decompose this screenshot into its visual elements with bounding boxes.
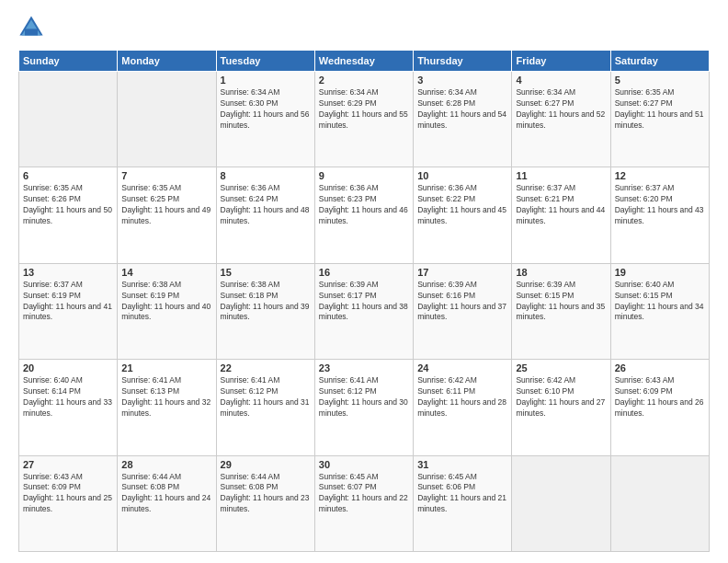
calendar-cell: 11Sunrise: 6:37 AM Sunset: 6:21 PM Dayli… (512, 167, 610, 263)
calendar-cell: 9Sunrise: 6:36 AM Sunset: 6:23 PM Daylig… (314, 167, 413, 263)
header (18, 15, 710, 40)
day-number: 21 (121, 362, 211, 373)
day-number: 14 (121, 267, 211, 278)
calendar-cell: 5Sunrise: 6:35 AM Sunset: 6:27 PM Daylig… (610, 72, 709, 167)
day-number: 8 (221, 170, 311, 181)
day-info: Sunrise: 6:45 AM Sunset: 6:07 PM Dayligh… (319, 472, 409, 516)
day-info: Sunrise: 6:41 AM Sunset: 6:12 PM Dayligh… (221, 375, 311, 419)
logo-icon (18, 15, 44, 40)
calendar-week: 13Sunrise: 6:37 AM Sunset: 6:19 PM Dayli… (19, 263, 710, 359)
day-info: Sunrise: 6:40 AM Sunset: 6:14 PM Dayligh… (23, 375, 113, 419)
day-number: 25 (516, 362, 606, 373)
calendar-header: SundayMondayTuesdayWednesdayThursdayFrid… (19, 51, 710, 72)
day-info: Sunrise: 6:36 AM Sunset: 6:23 PM Dayligh… (319, 183, 409, 227)
day-info: Sunrise: 6:41 AM Sunset: 6:12 PM Dayligh… (319, 375, 409, 419)
day-info: Sunrise: 6:43 AM Sunset: 6:09 PM Dayligh… (615, 375, 705, 419)
calendar-cell: 15Sunrise: 6:38 AM Sunset: 6:18 PM Dayli… (216, 263, 314, 359)
calendar-cell: 10Sunrise: 6:36 AM Sunset: 6:22 PM Dayli… (414, 167, 512, 263)
svg-rect-2 (25, 29, 38, 35)
calendar-cell: 27Sunrise: 6:43 AM Sunset: 6:09 PM Dayli… (19, 455, 118, 551)
day-info: Sunrise: 6:38 AM Sunset: 6:18 PM Dayligh… (221, 280, 311, 324)
calendar-week: 27Sunrise: 6:43 AM Sunset: 6:09 PM Dayli… (19, 455, 710, 551)
day-info: Sunrise: 6:34 AM Sunset: 6:27 PM Dayligh… (516, 87, 606, 132)
calendar-cell (512, 455, 610, 551)
day-info: Sunrise: 6:34 AM Sunset: 6:30 PM Dayligh… (221, 87, 311, 132)
day-number: 10 (417, 170, 507, 181)
day-info: Sunrise: 6:36 AM Sunset: 6:22 PM Dayligh… (417, 183, 507, 227)
day-info: Sunrise: 6:37 AM Sunset: 6:19 PM Dayligh… (23, 280, 113, 324)
day-number: 19 (615, 267, 705, 278)
weekday-header: Wednesday (314, 51, 413, 72)
calendar-cell: 8Sunrise: 6:36 AM Sunset: 6:24 PM Daylig… (216, 167, 314, 263)
calendar-cell: 12Sunrise: 6:37 AM Sunset: 6:20 PM Dayli… (610, 167, 709, 263)
day-info: Sunrise: 6:35 AM Sunset: 6:27 PM Dayligh… (615, 87, 705, 132)
calendar-cell: 19Sunrise: 6:40 AM Sunset: 6:15 PM Dayli… (610, 263, 709, 359)
calendar-cell: 28Sunrise: 6:44 AM Sunset: 6:08 PM Dayli… (118, 455, 216, 551)
day-number: 26 (615, 362, 705, 373)
day-info: Sunrise: 6:35 AM Sunset: 6:26 PM Dayligh… (23, 183, 113, 227)
day-number: 5 (615, 75, 705, 86)
day-number: 23 (319, 362, 409, 373)
calendar-week: 6Sunrise: 6:35 AM Sunset: 6:26 PM Daylig… (19, 167, 710, 263)
day-number: 17 (417, 267, 507, 278)
calendar-cell: 16Sunrise: 6:39 AM Sunset: 6:17 PM Dayli… (314, 263, 413, 359)
calendar-cell: 14Sunrise: 6:38 AM Sunset: 6:19 PM Dayli… (118, 263, 216, 359)
day-info: Sunrise: 6:37 AM Sunset: 6:20 PM Dayligh… (615, 183, 705, 227)
calendar-cell (19, 72, 118, 167)
calendar-cell: 24Sunrise: 6:42 AM Sunset: 6:11 PM Dayli… (414, 360, 512, 455)
day-number: 4 (516, 75, 606, 86)
day-info: Sunrise: 6:40 AM Sunset: 6:15 PM Dayligh… (615, 280, 705, 324)
day-number: 31 (417, 459, 507, 470)
day-info: Sunrise: 6:39 AM Sunset: 6:15 PM Dayligh… (516, 280, 606, 324)
day-info: Sunrise: 6:34 AM Sunset: 6:28 PM Dayligh… (417, 87, 507, 132)
calendar-cell: 25Sunrise: 6:42 AM Sunset: 6:10 PM Dayli… (512, 360, 610, 455)
weekday-header: Tuesday (216, 51, 314, 72)
day-number: 7 (121, 170, 211, 181)
calendar-cell: 31Sunrise: 6:45 AM Sunset: 6:06 PM Dayli… (414, 455, 512, 551)
day-number: 3 (417, 75, 507, 86)
calendar-cell: 26Sunrise: 6:43 AM Sunset: 6:09 PM Dayli… (610, 360, 709, 455)
calendar-body: 1Sunrise: 6:34 AM Sunset: 6:30 PM Daylig… (19, 72, 710, 552)
day-number: 24 (417, 362, 507, 373)
calendar-week: 20Sunrise: 6:40 AM Sunset: 6:14 PM Dayli… (19, 360, 710, 455)
day-number: 20 (23, 362, 113, 373)
day-info: Sunrise: 6:37 AM Sunset: 6:21 PM Dayligh… (516, 183, 606, 227)
day-number: 16 (319, 267, 409, 278)
day-number: 6 (23, 170, 113, 181)
calendar: SundayMondayTuesdayWednesdayThursdayFrid… (18, 50, 710, 552)
calendar-cell: 20Sunrise: 6:40 AM Sunset: 6:14 PM Dayli… (19, 360, 118, 455)
logo (18, 15, 48, 40)
day-info: Sunrise: 6:35 AM Sunset: 6:25 PM Dayligh… (121, 183, 211, 227)
weekday-header: Sunday (19, 51, 118, 72)
calendar-cell: 21Sunrise: 6:41 AM Sunset: 6:13 PM Dayli… (118, 360, 216, 455)
day-info: Sunrise: 6:42 AM Sunset: 6:11 PM Dayligh… (417, 375, 507, 419)
calendar-cell: 4Sunrise: 6:34 AM Sunset: 6:27 PM Daylig… (512, 72, 610, 167)
page: SundayMondayTuesdayWednesdayThursdayFrid… (0, 0, 728, 563)
day-number: 22 (221, 362, 311, 373)
day-info: Sunrise: 6:44 AM Sunset: 6:08 PM Dayligh… (221, 472, 311, 516)
calendar-cell (118, 72, 216, 167)
weekday-header: Thursday (414, 51, 512, 72)
day-number: 13 (23, 267, 113, 278)
weekday-row: SundayMondayTuesdayWednesdayThursdayFrid… (19, 51, 710, 72)
day-number: 27 (23, 459, 113, 470)
calendar-cell (610, 455, 709, 551)
weekday-header: Saturday (610, 51, 709, 72)
calendar-cell: 6Sunrise: 6:35 AM Sunset: 6:26 PM Daylig… (19, 167, 118, 263)
day-info: Sunrise: 6:34 AM Sunset: 6:29 PM Dayligh… (319, 87, 409, 132)
weekday-header: Friday (512, 51, 610, 72)
day-info: Sunrise: 6:39 AM Sunset: 6:17 PM Dayligh… (319, 280, 409, 324)
calendar-cell: 29Sunrise: 6:44 AM Sunset: 6:08 PM Dayli… (216, 455, 314, 551)
day-number: 15 (221, 267, 311, 278)
day-info: Sunrise: 6:41 AM Sunset: 6:13 PM Dayligh… (121, 375, 211, 419)
day-number: 18 (516, 267, 606, 278)
day-number: 1 (221, 75, 311, 86)
calendar-cell: 7Sunrise: 6:35 AM Sunset: 6:25 PM Daylig… (118, 167, 216, 263)
calendar-cell: 22Sunrise: 6:41 AM Sunset: 6:12 PM Dayli… (216, 360, 314, 455)
day-number: 28 (121, 459, 211, 470)
day-number: 29 (221, 459, 311, 470)
day-number: 11 (516, 170, 606, 181)
weekday-header: Monday (118, 51, 216, 72)
day-info: Sunrise: 6:39 AM Sunset: 6:16 PM Dayligh… (417, 280, 507, 324)
day-number: 2 (319, 75, 409, 86)
